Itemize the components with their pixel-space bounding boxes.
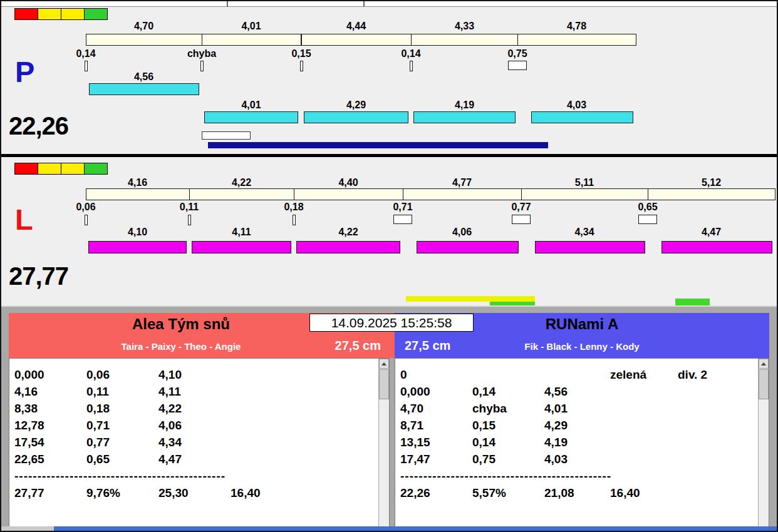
crossing-marker-tick <box>200 61 204 71</box>
table-cell: chyba <box>472 400 544 417</box>
table-cell: 0,15 <box>472 417 544 434</box>
table-cell: 4,10 <box>158 366 231 383</box>
jump-height: 27,5 cm <box>405 339 450 353</box>
dog-run-bar <box>88 241 187 253</box>
crossing-time-label: 0,14 <box>383 48 439 59</box>
taskbar-blue-bar <box>54 526 777 531</box>
dog-time-label: 4,10 <box>86 227 189 238</box>
split-segment <box>86 188 190 200</box>
crossing-marker-tick <box>85 61 88 71</box>
dog-run-bar <box>531 111 633 123</box>
status-light <box>14 163 38 175</box>
split-segment <box>411 34 519 46</box>
status-lights <box>14 8 107 20</box>
top-strip-tick <box>363 1 365 7</box>
table-row: 17,470,754,03 <box>400 451 758 468</box>
table-cell: 4,29 <box>544 417 610 434</box>
team-name: Alea Tým snů <box>9 315 353 333</box>
table-cell: 21,08 <box>544 484 610 501</box>
table-cell: 4,16 <box>14 383 86 400</box>
status-light <box>84 8 108 20</box>
crossing-time-label: 0,11 <box>161 202 217 213</box>
scroll-up-button[interactable] <box>379 359 389 369</box>
results-table-body: 0,0000,064,104,160,114,118,380,184,2212,… <box>9 359 378 526</box>
table-row: 4,70chyba4,01 <box>400 400 758 417</box>
table-cell: 5,57% <box>472 484 544 501</box>
scrollbar-thumb[interactable] <box>379 369 389 399</box>
crossing-marker-tick <box>85 215 88 225</box>
dog-run-bar <box>661 241 772 253</box>
dog-time-label: 4,47 <box>648 227 775 238</box>
table-cell: 4,34 <box>158 434 231 451</box>
split-time-label: 4,77 <box>403 177 521 188</box>
table-cell: 12,78 <box>14 417 86 434</box>
dog-run-bar <box>417 241 519 253</box>
split-segment <box>648 188 775 200</box>
crossing-time-label: 0,15 <box>273 48 329 59</box>
top-strip-tick <box>227 1 228 7</box>
table-row: 22,650,654,47 <box>14 451 378 468</box>
status-light <box>84 163 108 175</box>
lane-total-time: 22,26 <box>9 113 68 138</box>
crossing-time-label: 0,65 <box>620 202 676 213</box>
table-row: 22,265,57%21,0816,40 <box>400 484 758 501</box>
table-cell: 0 <box>400 366 472 383</box>
table-cell: 0,000 <box>400 383 472 400</box>
table-cell: 4,19 <box>544 434 610 451</box>
split-time-label: 4,78 <box>517 21 636 32</box>
arrow-up-icon <box>381 362 386 366</box>
dog-time-label: 4,19 <box>411 100 518 111</box>
crossing-time-label: chyba <box>174 48 230 59</box>
table-cell: 27,77 <box>14 484 86 501</box>
crossing-marker-tick <box>293 215 296 225</box>
dog-run-bar <box>89 83 199 95</box>
table-cell: 0,06 <box>86 366 158 383</box>
crossing-marker-box <box>638 215 657 224</box>
table-cell: 4,47 <box>158 451 231 468</box>
split-time-label: 4,44 <box>301 21 411 32</box>
split-segment <box>517 34 636 46</box>
dog-run-bar <box>413 111 516 123</box>
table-cell <box>544 366 610 383</box>
crossing-time-label: 0,71 <box>375 202 431 213</box>
dog-time-label: 4,22 <box>294 227 403 238</box>
crossing-marker-box <box>393 215 412 224</box>
split-segment <box>189 188 294 200</box>
table-cell: 25,30 <box>158 484 231 501</box>
results-table-left: 0,0000,064,104,160,114,118,380,184,2212,… <box>9 358 390 527</box>
table-row: 12,780,714,06 <box>14 417 378 434</box>
dog-time-label: 4,06 <box>403 227 521 238</box>
table-cell: 0,14 <box>472 434 544 451</box>
dog-time-label: 4,03 <box>517 100 636 111</box>
table-row: 4,160,114,11 <box>14 383 378 400</box>
scroll-up-button[interactable] <box>759 359 769 369</box>
table-row: 0zelenádiv. 2 <box>400 366 758 383</box>
status-light <box>38 8 61 20</box>
table-row: 17,540,774,34 <box>14 434 378 451</box>
scrollbar-thumb[interactable] <box>759 369 769 399</box>
elapsed-time-bar <box>208 142 548 148</box>
scrollbar[interactable] <box>758 359 769 526</box>
dog-time-label: 4,56 <box>86 71 202 83</box>
table-cell: 4,03 <box>544 451 610 468</box>
lane-letter: P <box>15 57 34 86</box>
table-cell: 0,18 <box>86 400 158 417</box>
split-time-label: 5,11 <box>521 177 648 188</box>
dog-time-label: 4,34 <box>521 227 648 238</box>
table-row: 13,150,144,19 <box>400 434 758 451</box>
crossing-marker-box <box>512 215 531 224</box>
split-time-label: 4,01 <box>202 21 301 32</box>
scrollbar[interactable] <box>378 359 389 526</box>
crossing-time-label: 0,77 <box>493 202 549 213</box>
table-cell: 9,76% <box>86 484 158 501</box>
table-cell <box>472 366 544 383</box>
table-cell: 0,000 <box>14 366 86 383</box>
table-cell: 4,22 <box>158 400 231 417</box>
table-cell: 0,71 <box>86 417 158 434</box>
table-cell: 8,71 <box>400 417 472 434</box>
dog-run-bar <box>296 241 400 253</box>
crossing-time-label: 0,06 <box>58 202 114 213</box>
lane-total-time: 27,77 <box>9 263 68 289</box>
table-row: 27,779,76%25,3016,40 <box>14 484 378 501</box>
split-time-label: 4,16 <box>86 177 189 188</box>
